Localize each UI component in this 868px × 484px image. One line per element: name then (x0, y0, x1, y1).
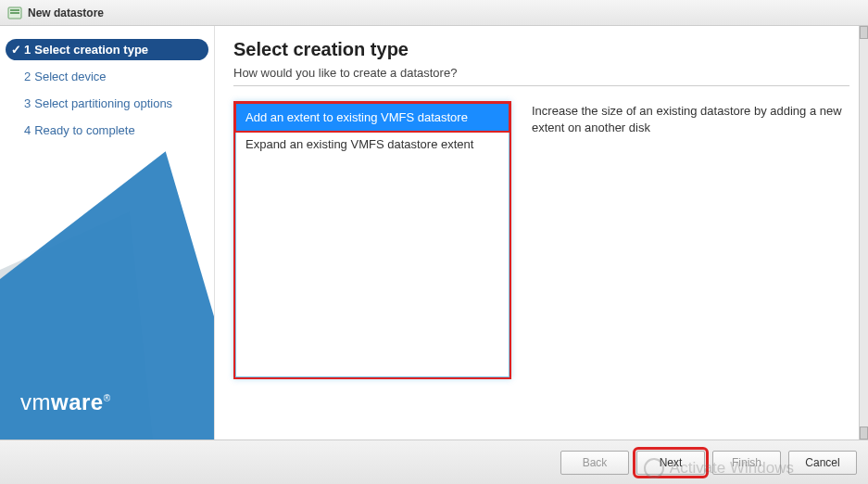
wizard-footer: Back Next Finish Cancel Activate Windows (0, 439, 868, 484)
step-number: 2 (24, 70, 31, 83)
step-select-creation-type[interactable]: ✓ 1 Select creation type (6, 39, 208, 60)
next-button[interactable]: Next (636, 451, 705, 475)
finish-button[interactable]: Finish (712, 451, 781, 475)
cancel-button[interactable]: Cancel (788, 451, 857, 475)
page-subtitle: How would you like to create a datastore… (233, 66, 849, 80)
divider (233, 85, 849, 86)
svg-rect-2 (10, 12, 19, 14)
option-expand-extent[interactable]: Expand an existing VMFS datastore extent (236, 131, 509, 159)
wizard-content: Select creation type How would you like … (215, 26, 868, 439)
step-label: Select partitioning options (34, 96, 172, 110)
scroll-up-icon[interactable] (860, 26, 868, 39)
option-add-extent[interactable]: Add an extent to existing VMFS datastore (234, 102, 510, 133)
scroll-down-icon[interactable] (860, 427, 868, 439)
option-label: Expand an existing VMFS datastore extent (245, 137, 473, 151)
titlebar: New datastore (0, 0, 868, 26)
window-title: New datastore (28, 6, 104, 19)
option-description: Increase the size of an existing datasto… (532, 101, 849, 379)
svg-rect-1 (10, 9, 19, 11)
wizard-sidebar: ✓ 1 Select creation type 2 Select device… (0, 26, 215, 439)
back-button[interactable]: Back (560, 451, 629, 475)
scrollbar-vertical[interactable] (859, 26, 868, 439)
step-select-device[interactable]: 2 Select device (6, 66, 208, 87)
option-label: Add an extent to existing VMFS datastore (245, 110, 468, 124)
step-label: Select creation type (34, 43, 148, 57)
step-label: Select device (34, 70, 106, 83)
page-heading: Select creation type (233, 39, 849, 60)
main-area: ✓ 1 Select creation type 2 Select device… (0, 26, 868, 439)
creation-type-listbox[interactable]: Add an extent to existing VMFS datastore… (233, 101, 511, 379)
step-number: 1 (24, 43, 31, 57)
checkmark-icon: ✓ (9, 43, 22, 57)
vmware-logo: vmware® (20, 389, 111, 415)
datastore-icon (7, 6, 22, 20)
